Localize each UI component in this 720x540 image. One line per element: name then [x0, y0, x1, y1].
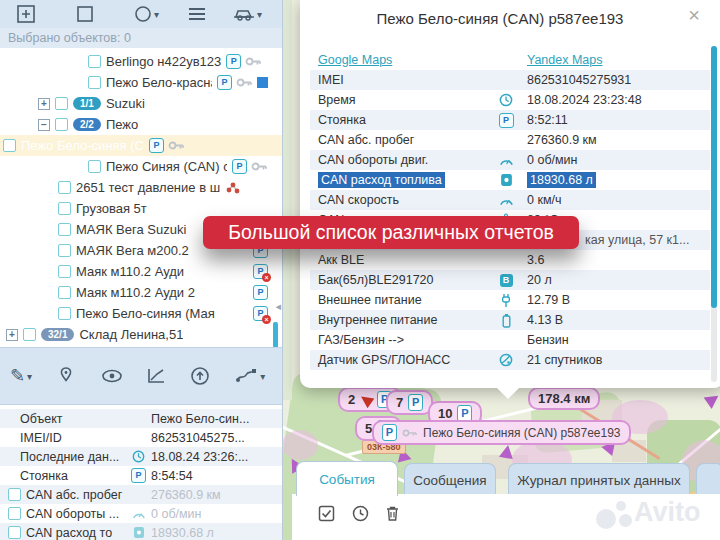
object-info-popup: Пежо Бело-синяя (CAN) p587ee193 × Google… — [300, 0, 720, 388]
select-square-icon[interactable] — [76, 5, 94, 23]
tree-item[interactable]: Пежо Бело-красная — [0, 72, 282, 93]
clock-icon — [131, 450, 146, 463]
chevron-down-icon: ▾ — [154, 9, 159, 20]
detail-row: CAN обороты ... 0 об/мин — [0, 504, 282, 523]
red-navigation-arrow-icon — [358, 391, 375, 408]
popup-scrollbar[interactable] — [711, 46, 717, 308]
gauge-icon — [131, 509, 146, 519]
parking-icon — [149, 138, 164, 153]
trash-icon[interactable] — [385, 505, 400, 522]
tree-item[interactable]: Пежо Синяя (CAN) с — [0, 156, 282, 177]
location-pin-icon[interactable] — [58, 366, 74, 386]
clock-icon — [498, 93, 514, 107]
checkbox[interactable] — [8, 526, 21, 539]
eye-icon[interactable] — [100, 368, 124, 384]
radius-select-icon[interactable]: ▾ — [134, 5, 159, 23]
tree-item[interactable]: 2651 тест давление в ш — [0, 177, 282, 198]
parking-icon — [382, 424, 397, 441]
vehicle-filter-icon[interactable]: ▾ — [233, 6, 262, 22]
edit-icon[interactable]: ✎▾ — [10, 365, 32, 387]
add-object-icon[interactable] — [16, 4, 36, 24]
time-icon[interactable] — [352, 505, 369, 522]
checkbox[interactable] — [8, 488, 21, 501]
tree-item-selected[interactable]: Пежо Бело-синяя (С — [0, 135, 282, 156]
send-up-icon[interactable] — [190, 366, 210, 386]
objects-sidebar: ▾ ▾ Выбрано объектов: 0 Berlingo н422ув1… — [0, 0, 283, 540]
parking-icon — [232, 159, 247, 174]
gps-monitoring-app: 03К-580 2 7 10 178.4 км 5 Пежо Бело-синя… — [0, 0, 720, 540]
key-icon — [168, 139, 185, 152]
checkbox[interactable] — [88, 55, 101, 68]
yandex-maps-link[interactable]: Yandex Maps — [527, 53, 603, 67]
detail-row: Бак(65л)BLE291720 B 20 л — [310, 270, 710, 290]
objects-tree: Berlingo н422ув123 Пежо Бело-красная 1/1… — [0, 48, 282, 347]
avito-logo-icon — [596, 509, 616, 529]
parking-icon — [131, 468, 146, 483]
gauge-icon — [498, 195, 514, 206]
battery-icon — [498, 313, 514, 328]
tab-partial[interactable] — [696, 463, 720, 496]
checkbox[interactable] — [88, 160, 101, 173]
chevron-down-icon: ▾ — [260, 371, 265, 382]
detail-row: Внешнее питание 12.79 В — [310, 290, 710, 310]
map-direction-arrow — [499, 444, 515, 459]
checkbox[interactable] — [58, 286, 71, 299]
parking-icon — [226, 54, 241, 69]
parking-icon — [253, 285, 268, 300]
map-geofence — [282, 430, 318, 460]
checkbox[interactable] — [58, 181, 71, 194]
tree-group[interactable]: 2/2 Пежо — [0, 114, 282, 135]
map-distance-label: 178.4 км — [528, 387, 600, 410]
count-badge: 1/1 — [73, 97, 101, 110]
detail-row: Акк BLE 3.6 — [310, 250, 710, 270]
tree-item[interactable]: Маяк м110.2 Ауди 2 — [0, 282, 282, 303]
tab-messages[interactable]: Сообщения — [404, 463, 496, 496]
tree-item[interactable]: Пежо Бело-синяя (Мая — [0, 303, 282, 324]
detail-row: Время 18.08.2024 23:23:48 — [310, 90, 710, 110]
checkbox[interactable] — [58, 244, 71, 257]
checkbox[interactable] — [58, 265, 71, 278]
checkbox[interactable] — [58, 223, 71, 236]
route-icon[interactable]: ▾ — [234, 367, 265, 385]
chevron-down-icon: ▾ — [257, 9, 262, 20]
key-icon — [236, 76, 253, 89]
checkbox[interactable] — [3, 139, 16, 152]
selected-objects-header: Выбрано объектов: 0 — [0, 28, 282, 48]
tab-events[interactable]: События — [296, 461, 398, 496]
tree-item[interactable]: Berlingo н422ув123 — [0, 51, 282, 72]
object-tools-toolbar: ✎▾ ▾ — [0, 347, 282, 405]
checkbox[interactable] — [58, 202, 71, 215]
checkbox[interactable] — [88, 76, 101, 89]
chart-icon[interactable] — [146, 367, 166, 385]
count-badge: 32/1 — [41, 328, 74, 341]
checkbox[interactable] — [55, 97, 68, 110]
tree-group[interactable]: 1/1 Suzuki — [0, 93, 282, 114]
gauge-icon — [498, 155, 514, 166]
google-maps-link[interactable]: Google Maps — [318, 53, 392, 67]
count-badge: 2/2 — [73, 118, 101, 131]
checkbox[interactable] — [58, 307, 71, 320]
expand-toggle[interactable] — [38, 98, 50, 110]
detail-row: CAN расход то 18930.68 л — [0, 523, 282, 540]
tree-scrollbar[interactable] — [273, 322, 278, 347]
list-view-icon[interactable] — [187, 6, 207, 22]
tab-data-log[interactable]: Журнал принятых данных — [508, 463, 690, 496]
panel-collapse-icon[interactable]: ◂ — [275, 300, 281, 313]
tree-item[interactable]: Маяк м110.2 Ауди — [0, 261, 282, 282]
detail-row: Последние дан... 18.08.24 23:26:... — [0, 447, 282, 466]
close-icon[interactable]: × — [688, 4, 700, 27]
satellite-icon — [498, 353, 514, 367]
key-icon — [402, 427, 418, 439]
collapse-toggle[interactable] — [38, 119, 50, 131]
checkbox[interactable] — [23, 328, 36, 341]
annotation-banner: Большой список различных отчетов — [203, 216, 579, 249]
tree-group[interactable]: 32/1 Склад Ленина,51 — [0, 324, 282, 345]
select-all-icon[interactable] — [318, 505, 335, 522]
map-vehicle-label[interactable]: Пежо Бело-синяя (CAN) p587ee193 — [372, 420, 631, 445]
map-marker-cluster-7[interactable]: 7 — [386, 390, 433, 415]
checkbox[interactable] — [8, 507, 21, 520]
checkbox[interactable] — [55, 118, 68, 131]
map-links-row: Google Maps Yandex Maps — [310, 50, 710, 70]
detail-row: Датчик GPS/ГЛОНАСС 21 спутников — [310, 350, 710, 370]
expand-toggle[interactable] — [6, 329, 18, 341]
